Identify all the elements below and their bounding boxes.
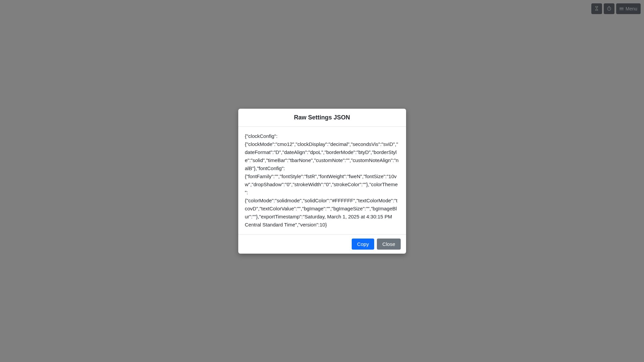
copy-button[interactable]: Copy xyxy=(352,239,374,250)
modal-overlay[interactable]: Raw Settings JSON {"clockConfig":{"clock… xyxy=(0,0,644,362)
modal-footer: Copy Close xyxy=(238,234,406,254)
modal-header: Raw Settings JSON xyxy=(238,109,406,127)
modal-title: Raw Settings JSON xyxy=(245,114,399,121)
modal-body: {"clockConfig":{"clockMode":"cmo12","clo… xyxy=(238,127,406,234)
close-button[interactable]: Close xyxy=(377,239,400,250)
settings-json-modal: Raw Settings JSON {"clockConfig":{"clock… xyxy=(238,109,406,254)
